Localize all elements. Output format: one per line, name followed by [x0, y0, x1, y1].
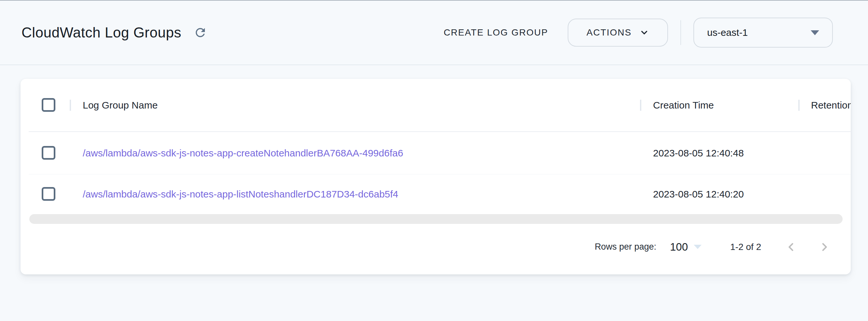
- chevron-down-icon: [639, 28, 649, 37]
- rows-per-page-value: 100: [670, 241, 688, 253]
- refresh-button[interactable]: [192, 25, 208, 40]
- caret-down-icon: [694, 245, 702, 249]
- region-selector[interactable]: us-east-1: [693, 18, 833, 48]
- refresh-icon: [193, 26, 207, 39]
- create-log-group-button[interactable]: CREATE LOG GROUP: [444, 27, 548, 38]
- table-row: /aws/lambda/aws-sdk-js-notes-app-createN…: [29, 132, 851, 174]
- row-checkbox[interactable]: [42, 187, 55, 201]
- horizontal-scrollbar-track: [29, 214, 851, 224]
- previous-page-button[interactable]: [785, 241, 797, 253]
- rows-per-page-select[interactable]: 100: [670, 241, 702, 253]
- rows-per-page-label: Rows per page:: [595, 242, 656, 252]
- actions-button-label: ACTIONS: [587, 27, 631, 38]
- creation-time-cell: 2023-08-05 12:40:20: [641, 189, 798, 200]
- header-divider: [680, 20, 681, 45]
- next-page-button[interactable]: [818, 241, 830, 253]
- select-all-checkbox[interactable]: [42, 98, 55, 112]
- log-group-name-cell: /aws/lambda/aws-sdk-js-notes-app-listNot…: [71, 189, 640, 200]
- chevron-left-icon: [785, 241, 797, 253]
- creation-time-cell: 2023-08-05 12:40:48: [641, 148, 798, 159]
- region-selector-value: us-east-1: [707, 27, 748, 38]
- caret-down-icon: [811, 30, 819, 35]
- table-header-row: Log Group Name Creation Time Retention: [29, 79, 851, 132]
- chevron-right-icon: [819, 241, 830, 253]
- page-title: CloudWatch Log Groups: [22, 24, 181, 41]
- column-header-log-group-name: Log Group Name: [71, 100, 640, 111]
- actions-button[interactable]: ACTIONS: [568, 19, 668, 47]
- horizontal-scrollbar-thumb[interactable]: [29, 214, 843, 224]
- log-group-link[interactable]: /aws/lambda/aws-sdk-js-notes-app-createN…: [83, 148, 403, 158]
- log-groups-card: Log Group Name Creation Time Retention /…: [21, 79, 851, 274]
- table-row: /aws/lambda/aws-sdk-js-notes-app-listNot…: [29, 174, 851, 214]
- column-header-retention: Retention: [800, 100, 851, 111]
- pagination-range-label: 1-2 of 2: [730, 242, 761, 252]
- row-checkbox-cell: [29, 146, 70, 160]
- column-header-creation-time: Creation Time: [641, 100, 798, 111]
- row-checkbox-cell: [29, 187, 70, 201]
- pagination-bar: Rows per page: 100 1-2 of 2: [21, 224, 851, 274]
- select-all-cell: [29, 98, 70, 112]
- app-header: CloudWatch Log Groups CREATE LOG GROUP A…: [0, 1, 868, 65]
- row-checkbox[interactable]: [42, 146, 55, 160]
- log-group-name-cell: /aws/lambda/aws-sdk-js-notes-app-createN…: [71, 148, 640, 159]
- log-group-link[interactable]: /aws/lambda/aws-sdk-js-notes-app-listNot…: [83, 189, 398, 199]
